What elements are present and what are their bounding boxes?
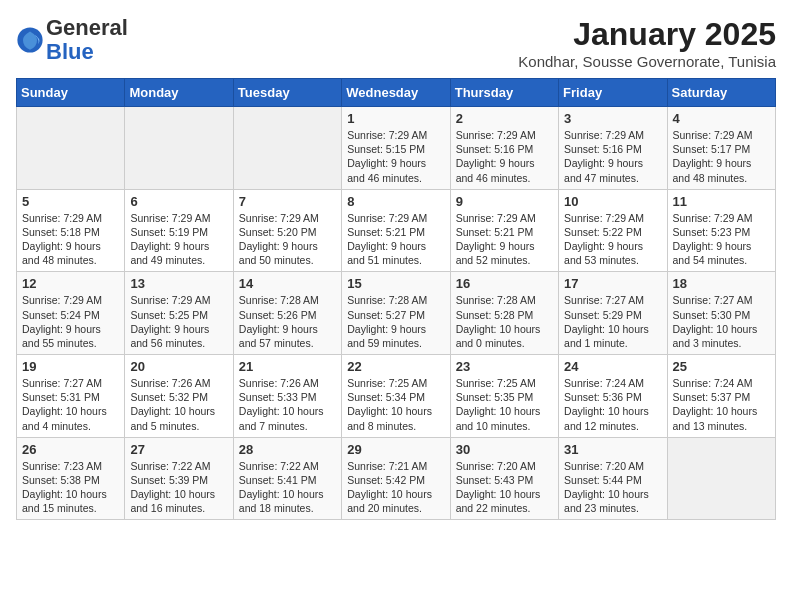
- day-number: 7: [239, 194, 336, 209]
- location-text: Kondhar, Sousse Governorate, Tunisia: [518, 53, 776, 70]
- day-content: Sunrise: 7:26 AM Sunset: 5:32 PM Dayligh…: [130, 376, 227, 433]
- calendar-cell: 23Sunrise: 7:25 AM Sunset: 5:35 PM Dayli…: [450, 355, 558, 438]
- calendar-cell: 3Sunrise: 7:29 AM Sunset: 5:16 PM Daylig…: [559, 107, 667, 190]
- day-number: 6: [130, 194, 227, 209]
- day-number: 10: [564, 194, 661, 209]
- day-number: 13: [130, 276, 227, 291]
- day-number: 25: [673, 359, 770, 374]
- day-content: Sunrise: 7:29 AM Sunset: 5:25 PM Dayligh…: [130, 293, 227, 350]
- logo-blue-text: Blue: [46, 39, 94, 64]
- day-number: 1: [347, 111, 444, 126]
- calendar-cell: 20Sunrise: 7:26 AM Sunset: 5:32 PM Dayli…: [125, 355, 233, 438]
- day-number: 31: [564, 442, 661, 457]
- day-content: Sunrise: 7:21 AM Sunset: 5:42 PM Dayligh…: [347, 459, 444, 516]
- day-content: Sunrise: 7:26 AM Sunset: 5:33 PM Dayligh…: [239, 376, 336, 433]
- page-header: General Blue January 2025 Kondhar, Souss…: [16, 16, 776, 70]
- day-number: 9: [456, 194, 553, 209]
- weekday-header-sunday: Sunday: [17, 79, 125, 107]
- day-number: 14: [239, 276, 336, 291]
- day-content: Sunrise: 7:28 AM Sunset: 5:27 PM Dayligh…: [347, 293, 444, 350]
- day-number: 29: [347, 442, 444, 457]
- day-number: 22: [347, 359, 444, 374]
- calendar-cell: 16Sunrise: 7:28 AM Sunset: 5:28 PM Dayli…: [450, 272, 558, 355]
- day-number: 5: [22, 194, 119, 209]
- calendar-table: SundayMondayTuesdayWednesdayThursdayFrid…: [16, 78, 776, 520]
- day-number: 12: [22, 276, 119, 291]
- day-content: Sunrise: 7:27 AM Sunset: 5:30 PM Dayligh…: [673, 293, 770, 350]
- day-content: Sunrise: 7:29 AM Sunset: 5:20 PM Dayligh…: [239, 211, 336, 268]
- day-content: Sunrise: 7:22 AM Sunset: 5:41 PM Dayligh…: [239, 459, 336, 516]
- title-block: January 2025 Kondhar, Sousse Governorate…: [518, 16, 776, 70]
- calendar-cell: 6Sunrise: 7:29 AM Sunset: 5:19 PM Daylig…: [125, 189, 233, 272]
- weekday-header-tuesday: Tuesday: [233, 79, 341, 107]
- day-content: Sunrise: 7:29 AM Sunset: 5:23 PM Dayligh…: [673, 211, 770, 268]
- day-content: Sunrise: 7:28 AM Sunset: 5:28 PM Dayligh…: [456, 293, 553, 350]
- calendar-cell: 11Sunrise: 7:29 AM Sunset: 5:23 PM Dayli…: [667, 189, 775, 272]
- calendar-cell: 29Sunrise: 7:21 AM Sunset: 5:42 PM Dayli…: [342, 437, 450, 520]
- calendar-week-row: 19Sunrise: 7:27 AM Sunset: 5:31 PM Dayli…: [17, 355, 776, 438]
- logo-general-text: General: [46, 15, 128, 40]
- calendar-cell: 18Sunrise: 7:27 AM Sunset: 5:30 PM Dayli…: [667, 272, 775, 355]
- weekday-header-wednesday: Wednesday: [342, 79, 450, 107]
- calendar-cell: 9Sunrise: 7:29 AM Sunset: 5:21 PM Daylig…: [450, 189, 558, 272]
- calendar-week-row: 1Sunrise: 7:29 AM Sunset: 5:15 PM Daylig…: [17, 107, 776, 190]
- weekday-header-friday: Friday: [559, 79, 667, 107]
- day-number: 3: [564, 111, 661, 126]
- logo-icon: [16, 26, 44, 54]
- calendar-cell: 13Sunrise: 7:29 AM Sunset: 5:25 PM Dayli…: [125, 272, 233, 355]
- day-content: Sunrise: 7:29 AM Sunset: 5:22 PM Dayligh…: [564, 211, 661, 268]
- month-year-title: January 2025: [518, 16, 776, 53]
- calendar-cell: 2Sunrise: 7:29 AM Sunset: 5:16 PM Daylig…: [450, 107, 558, 190]
- day-number: 16: [456, 276, 553, 291]
- day-number: 30: [456, 442, 553, 457]
- calendar-cell: 10Sunrise: 7:29 AM Sunset: 5:22 PM Dayli…: [559, 189, 667, 272]
- calendar-cell: 30Sunrise: 7:20 AM Sunset: 5:43 PM Dayli…: [450, 437, 558, 520]
- day-number: 19: [22, 359, 119, 374]
- calendar-week-row: 12Sunrise: 7:29 AM Sunset: 5:24 PM Dayli…: [17, 272, 776, 355]
- day-number: 20: [130, 359, 227, 374]
- day-number: 21: [239, 359, 336, 374]
- calendar-cell: 28Sunrise: 7:22 AM Sunset: 5:41 PM Dayli…: [233, 437, 341, 520]
- calendar-cell: 27Sunrise: 7:22 AM Sunset: 5:39 PM Dayli…: [125, 437, 233, 520]
- calendar-cell: 8Sunrise: 7:29 AM Sunset: 5:21 PM Daylig…: [342, 189, 450, 272]
- day-number: 2: [456, 111, 553, 126]
- calendar-cell: 25Sunrise: 7:24 AM Sunset: 5:37 PM Dayli…: [667, 355, 775, 438]
- day-number: 24: [564, 359, 661, 374]
- calendar-cell: 31Sunrise: 7:20 AM Sunset: 5:44 PM Dayli…: [559, 437, 667, 520]
- calendar-week-row: 5Sunrise: 7:29 AM Sunset: 5:18 PM Daylig…: [17, 189, 776, 272]
- calendar-cell: 26Sunrise: 7:23 AM Sunset: 5:38 PM Dayli…: [17, 437, 125, 520]
- day-content: Sunrise: 7:29 AM Sunset: 5:16 PM Dayligh…: [564, 128, 661, 185]
- calendar-cell: 5Sunrise: 7:29 AM Sunset: 5:18 PM Daylig…: [17, 189, 125, 272]
- weekday-header-row: SundayMondayTuesdayWednesdayThursdayFrid…: [17, 79, 776, 107]
- day-number: 28: [239, 442, 336, 457]
- day-number: 11: [673, 194, 770, 209]
- day-number: 27: [130, 442, 227, 457]
- calendar-cell: 1Sunrise: 7:29 AM Sunset: 5:15 PM Daylig…: [342, 107, 450, 190]
- day-number: 26: [22, 442, 119, 457]
- weekday-header-monday: Monday: [125, 79, 233, 107]
- calendar-cell: 21Sunrise: 7:26 AM Sunset: 5:33 PM Dayli…: [233, 355, 341, 438]
- calendar-body: 1Sunrise: 7:29 AM Sunset: 5:15 PM Daylig…: [17, 107, 776, 520]
- day-number: 8: [347, 194, 444, 209]
- calendar-cell: 24Sunrise: 7:24 AM Sunset: 5:36 PM Dayli…: [559, 355, 667, 438]
- day-content: Sunrise: 7:29 AM Sunset: 5:18 PM Dayligh…: [22, 211, 119, 268]
- calendar-cell: [667, 437, 775, 520]
- calendar-cell: 12Sunrise: 7:29 AM Sunset: 5:24 PM Dayli…: [17, 272, 125, 355]
- day-number: 17: [564, 276, 661, 291]
- day-content: Sunrise: 7:23 AM Sunset: 5:38 PM Dayligh…: [22, 459, 119, 516]
- weekday-header-thursday: Thursday: [450, 79, 558, 107]
- calendar-cell: [233, 107, 341, 190]
- calendar-cell: 14Sunrise: 7:28 AM Sunset: 5:26 PM Dayli…: [233, 272, 341, 355]
- day-content: Sunrise: 7:29 AM Sunset: 5:24 PM Dayligh…: [22, 293, 119, 350]
- day-content: Sunrise: 7:28 AM Sunset: 5:26 PM Dayligh…: [239, 293, 336, 350]
- calendar-cell: [125, 107, 233, 190]
- calendar-cell: 7Sunrise: 7:29 AM Sunset: 5:20 PM Daylig…: [233, 189, 341, 272]
- day-number: 18: [673, 276, 770, 291]
- calendar-cell: 22Sunrise: 7:25 AM Sunset: 5:34 PM Dayli…: [342, 355, 450, 438]
- day-content: Sunrise: 7:29 AM Sunset: 5:21 PM Dayligh…: [347, 211, 444, 268]
- calendar-cell: 19Sunrise: 7:27 AM Sunset: 5:31 PM Dayli…: [17, 355, 125, 438]
- calendar-week-row: 26Sunrise: 7:23 AM Sunset: 5:38 PM Dayli…: [17, 437, 776, 520]
- day-number: 23: [456, 359, 553, 374]
- day-content: Sunrise: 7:22 AM Sunset: 5:39 PM Dayligh…: [130, 459, 227, 516]
- calendar-header: SundayMondayTuesdayWednesdayThursdayFrid…: [17, 79, 776, 107]
